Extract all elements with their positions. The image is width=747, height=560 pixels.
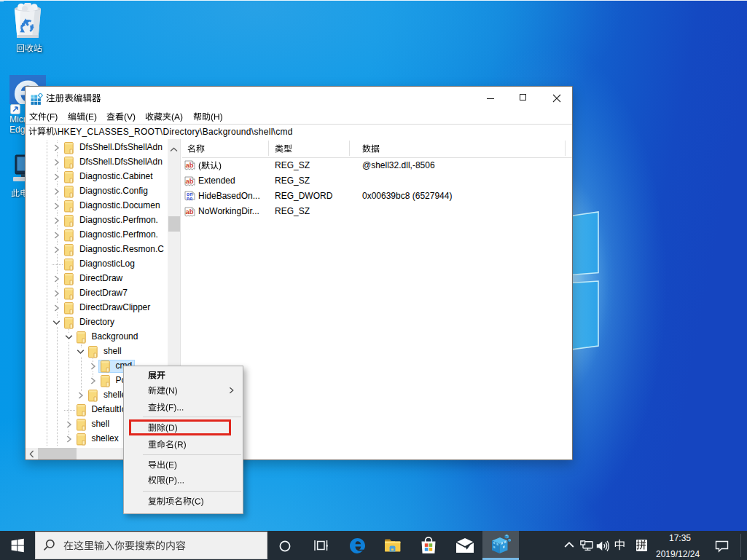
svg-text:no: no <box>187 196 193 201</box>
svg-text:ab: ab <box>186 208 194 216</box>
svg-text:ab: ab <box>186 177 194 185</box>
svg-text:ab: ab <box>186 161 194 169</box>
